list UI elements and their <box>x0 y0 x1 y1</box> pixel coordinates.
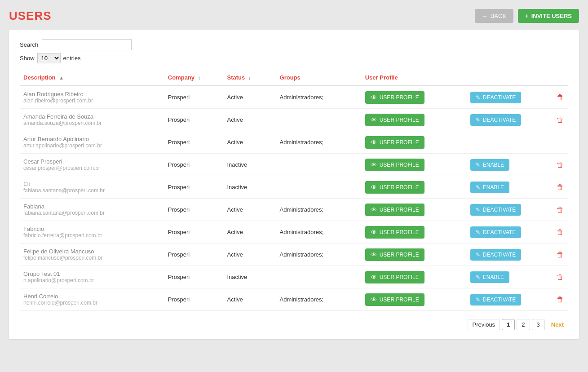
user-name: Alan Rodrigues Ribeiro <box>23 91 161 97</box>
delete-icon[interactable]: 🗑 <box>557 116 564 124</box>
table-row: Artur Bernardo Apolinarioartur.apolinari… <box>20 131 568 154</box>
status-cell: Inactive <box>224 266 276 288</box>
deactivate-button[interactable]: ✎ DEACTIVATE <box>470 204 522 216</box>
enable-button[interactable]: ✎ ENABLE <box>470 159 509 171</box>
user-profile-button[interactable]: 👁 USER PROFILE <box>365 159 424 171</box>
main-card: Search Show 10 25 50 100 entries Descrip… <box>9 30 579 339</box>
action-cell: ✎ DEACTIVATE <box>467 86 552 109</box>
pencil-icon: ✎ <box>476 274 480 280</box>
col-header-description[interactable]: Description ▲ <box>20 70 164 86</box>
eye-icon: 👁 <box>371 296 377 303</box>
enable-button[interactable]: ✎ ENABLE <box>470 271 509 283</box>
delete-cell: 🗑 <box>552 288 568 311</box>
deactivate-button[interactable]: ✎ DEACTIVATE <box>470 294 522 306</box>
col-header-status[interactable]: Status ↕ <box>224 70 276 86</box>
status-cell: Inactive <box>224 176 276 199</box>
deactivate-button[interactable]: ✎ DEACTIVATE <box>470 92 522 103</box>
invite-users-button[interactable]: + INVITE USERS <box>518 9 579 23</box>
deactivate-button[interactable]: ✎ DEACTIVATE <box>470 114 522 126</box>
user-profile-button[interactable]: 👁 USER PROFILE <box>365 248 424 261</box>
search-input[interactable] <box>42 39 132 50</box>
user-email: fabricio.ferreira@prosperi.com.br <box>23 232 161 239</box>
desc-cell: Amanda Ferreira de Souzaamanda.souza@pro… <box>20 109 164 131</box>
user-email: henni.correio@prosperi.com.br <box>23 300 161 306</box>
user-profile-button[interactable]: 👁 USER PROFILE <box>365 91 424 104</box>
pagination: Previous 1 2 3 Next <box>20 319 568 330</box>
user-profile-button[interactable]: 👁 USER PROFILE <box>365 181 424 194</box>
desc-cell: Fabianafabiana.santana@prosperi.com.br <box>20 199 164 221</box>
profile-cell: 👁 USER PROFILE <box>362 244 467 266</box>
previous-page-button[interactable]: Previous <box>468 319 500 330</box>
groups-cell: Administradores; <box>276 199 362 221</box>
status-cell: Active <box>224 109 276 131</box>
status-cell: Active <box>224 131 276 154</box>
deactivate-button[interactable]: ✎ DEACTIVATE <box>470 226 522 238</box>
table-row: Fabriciofabricio.ferreira@prosperi.com.b… <box>20 221 568 244</box>
page-2-button[interactable]: 2 <box>517 319 530 330</box>
groups-cell: Administradores; <box>276 221 362 244</box>
page-3-button[interactable]: 3 <box>532 319 545 330</box>
eye-icon: 👁 <box>371 94 377 101</box>
user-profile-button[interactable]: 👁 USER PROFILE <box>365 204 424 216</box>
status-cell: Active <box>224 86 276 109</box>
delete-icon[interactable]: 🗑 <box>557 183 564 191</box>
page-title: USERS <box>9 9 52 23</box>
delete-icon[interactable]: 🗑 <box>557 228 564 236</box>
delete-cell <box>552 131 568 154</box>
back-button[interactable]: ← BACK <box>475 9 513 23</box>
deactivate-button[interactable]: ✎ DEACTIVATE <box>470 249 522 261</box>
delete-icon[interactable]: 🗑 <box>557 161 564 168</box>
table-header-row: Description ▲ Company ↕ Status ↕ Groups … <box>20 70 568 86</box>
table-row: Henri Correiohenni.correio@prosperi.com.… <box>20 288 568 311</box>
table-body: Alan Rodrigues Ribeiroalan.ribeiro@prosp… <box>20 86 568 311</box>
user-email: fabiana.santana@prosperi.com.br <box>23 210 161 216</box>
eye-icon: 👁 <box>371 251 377 258</box>
user-email: fabiana.santana@prosperi.com.br <box>23 187 161 194</box>
delete-icon[interactable]: 🗑 <box>557 206 564 213</box>
user-name: Artur Bernardo Apolinario <box>23 136 161 142</box>
user-profile-button[interactable]: 👁 USER PROFILE <box>365 136 424 149</box>
delete-cell: 🗑 <box>552 221 568 244</box>
entries-select[interactable]: 10 25 50 100 <box>37 53 61 63</box>
delete-icon[interactable]: 🗑 <box>557 273 564 281</box>
profile-cell: 👁 USER PROFILE <box>362 176 467 199</box>
user-profile-button[interactable]: 👁 USER PROFILE <box>365 114 424 126</box>
desc-cell: Henri Correiohenni.correio@prosperi.com.… <box>20 288 164 311</box>
action-cell: ✎ ENABLE <box>467 176 552 199</box>
user-name: Fabiana <box>23 203 161 210</box>
delete-icon[interactable]: 🗑 <box>557 296 564 303</box>
page-1-button[interactable]: 1 <box>502 319 515 330</box>
table-row: Cesar Prospericesar.prosperi@prosperi.co… <box>20 154 568 176</box>
delete-icon[interactable]: 🗑 <box>557 93 564 101</box>
user-name: Cesar Prosperi <box>23 158 161 165</box>
profile-cell: 👁 USER PROFILE <box>362 86 467 109</box>
action-cell: ✎ DEACTIVATE <box>467 288 552 311</box>
status-cell: Inactive <box>224 154 276 176</box>
col-header-groups: Groups <box>276 70 362 86</box>
user-profile-button[interactable]: 👁 USER PROFILE <box>365 293 424 306</box>
user-profile-button[interactable]: 👁 USER PROFILE <box>365 226 424 239</box>
pencil-icon: ✎ <box>476 229 480 235</box>
groups-cell <box>276 266 362 288</box>
profile-cell: 👁 USER PROFILE <box>362 288 467 311</box>
plus-icon: + <box>525 13 529 19</box>
user-email: cesar.prosperi@prosperi.com.br <box>23 165 161 171</box>
company-cell: Prosperi <box>164 199 224 221</box>
page-wrapper: USERS ← BACK + INVITE USERS Search Show … <box>0 0 588 348</box>
back-label: BACK <box>491 13 506 19</box>
enable-button[interactable]: ✎ ENABLE <box>470 182 509 193</box>
col-header-company[interactable]: Company ↕ <box>164 70 224 86</box>
delete-cell: 🗑 <box>552 199 568 221</box>
users-table: Description ▲ Company ↕ Status ↕ Groups … <box>20 70 568 311</box>
company-cell: Prosperi <box>164 266 224 288</box>
table-row: Felipe de Oliveira Mancusofelipe.mancuso… <box>20 244 568 266</box>
user-profile-button[interactable]: 👁 USER PROFILE <box>365 271 424 283</box>
show-label: Show <box>20 55 35 62</box>
action-cell <box>467 131 552 154</box>
eye-icon: 👁 <box>371 116 377 124</box>
profile-cell: 👁 USER PROFILE <box>362 199 467 221</box>
action-cell: ✎ ENABLE <box>467 154 552 176</box>
next-page-button[interactable]: Next <box>547 319 568 330</box>
delete-icon[interactable]: 🗑 <box>557 251 564 258</box>
delete-cell: 🗑 <box>552 266 568 288</box>
